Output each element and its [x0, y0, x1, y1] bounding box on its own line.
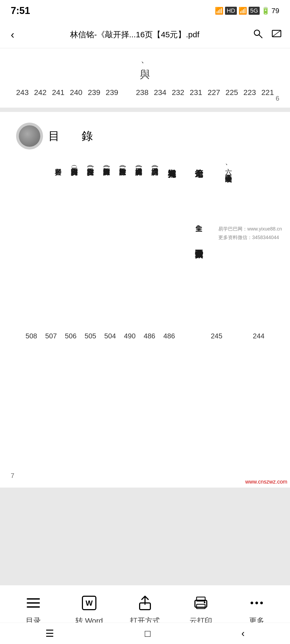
toolbar-print-button[interactable]: 云打印	[179, 593, 222, 626]
toc-col-2: 附安葬吉課實例表（二）	[67, 163, 82, 313]
network-icon: 📶	[215, 7, 223, 15]
toc-header: 目 錄	[16, 123, 274, 149]
nav-actions	[252, 28, 282, 41]
status-bar: 7:51 📶 HD 📶 5G 🔋 79	[0, 0, 290, 21]
page-ref-num	[182, 332, 204, 340]
page-ref-num: 486	[162, 332, 176, 340]
page-ref-num: 505	[84, 332, 97, 340]
toc-col-4: 附嫁娶吉課實例表（一）	[99, 163, 114, 313]
nav-bar: ‹ 林信铭-《敲开择...16页【45元】.pdf	[0, 21, 290, 48]
page-num: 223	[244, 88, 256, 97]
pdf-page-top: 、 與 243 242 241 240 239 239 238 234 232 …	[0, 48, 290, 108]
watermark: 易学巴巴网：www.yixue88.cn 更多资料微信：3458344044	[218, 225, 282, 242]
page-corner-number-1: 6	[276, 95, 279, 102]
back-button[interactable]: ‹	[8, 26, 17, 43]
toc-logo-inner	[19, 125, 40, 147]
page-num: 221	[261, 88, 274, 97]
watermark-line1: 易学巴巴网：www.yixue88.cn	[218, 225, 282, 233]
site-watermark: www.cnszwz.com	[245, 479, 287, 485]
page-num: 239	[106, 88, 118, 97]
page-num: 231	[190, 88, 202, 97]
toc-title: 目 錄	[48, 129, 98, 144]
page-nums-left: 243 242 241 240 239 239	[16, 88, 118, 97]
more-icon	[247, 593, 266, 613]
page-corner-number-2: 7	[11, 472, 14, 480]
svg-rect-13	[197, 604, 205, 609]
toc-col-10: 主全集	[192, 219, 206, 241]
system-nav-bar: ☰ □ ‹	[0, 623, 290, 644]
5g-icon: 5G	[249, 7, 260, 15]
page-num: 242	[34, 88, 47, 97]
back-nav-icon[interactable]: ‹	[241, 628, 245, 639]
fullscreen-button[interactable]	[271, 28, 282, 41]
page-ref-num: 507	[44, 332, 58, 340]
page-ref-num: 490	[123, 332, 136, 340]
toc-col-6: 嫁娶擇日吉課吉祥名詞（一）	[132, 163, 146, 313]
home-nav-icon[interactable]: □	[145, 628, 151, 639]
page-ref-num	[230, 332, 246, 340]
page-nums-right: 238 234 232 231 227 225 223 221	[136, 88, 274, 97]
print-icon	[191, 593, 211, 613]
toolbar-more-button[interactable]: 更多	[235, 593, 278, 626]
page-num: 239	[88, 88, 100, 97]
page-num: 238	[136, 88, 148, 97]
page-ref-num: 486	[143, 332, 156, 340]
search-button[interactable]	[252, 28, 263, 41]
page-num: 227	[208, 88, 220, 97]
page-top-char2: 與	[140, 68, 150, 81]
svg-line-1	[259, 35, 262, 38]
status-time: 7:51	[11, 5, 30, 16]
battery-level: 79	[271, 7, 279, 15]
page-num: 234	[154, 88, 166, 97]
toc-col-7: 選擇日課吉祥名詞（一）	[148, 163, 162, 302]
page-num: 240	[70, 88, 82, 97]
battery-icon: 🔋	[261, 7, 270, 15]
svg-point-14	[204, 602, 205, 603]
toc-col-9-block: 第十七篇 主全集 甲子至癸亥六十命相	[191, 163, 207, 319]
toolbar-word-button[interactable]: W 转 Word	[68, 593, 111, 626]
pdf-page-main: 目 錄 六、十二月份斗母太陰臨衰 第十七篇 主全集 甲子至癸亥六十命相	[0, 112, 290, 488]
page-ref-num: 508	[25, 332, 38, 340]
toc-icon	[24, 593, 43, 613]
page-ref-num: 506	[64, 332, 77, 340]
page-top-char1: 、	[141, 54, 149, 65]
toc-col-9b: 甲子至癸亥六十命相	[191, 243, 207, 319]
svg-point-17	[260, 602, 263, 604]
word-icon: W	[79, 593, 99, 613]
toolbar-toc-button[interactable]: 目录	[12, 593, 55, 626]
svg-text:W: W	[86, 599, 93, 607]
open-icon	[135, 593, 155, 613]
page-ref-num: 245	[210, 332, 223, 340]
toc-col-9a: 第十七篇	[191, 163, 207, 217]
page-num: 225	[226, 88, 238, 97]
toolbar-open-button[interactable]: 打开方式	[124, 593, 166, 626]
menu-nav-icon[interactable]: ☰	[45, 628, 54, 639]
page-num: 243	[16, 88, 29, 97]
toc-col-3: 附安葬吉課空表格（一）	[83, 163, 98, 313]
page-ref-num: 244	[252, 332, 265, 340]
status-icons: 📶 HD 📶 5G 🔋 79	[215, 7, 279, 15]
page-number-row-top: 243 242 241 240 239 239 238 234 232 231 …	[16, 88, 274, 97]
nav-title: 林信铭-《敲开择...16页【45元】.pdf	[22, 29, 247, 40]
hd-icon: HD	[225, 7, 237, 15]
toc-page-numbers: 508 507 506 505 504 490 486 486 245 244	[16, 332, 274, 340]
toc-col-5: 附嫁娶吉課空表格（一）	[115, 163, 130, 313]
toc-col-1: 參考資料	[51, 163, 66, 270]
svg-line-3	[272, 30, 281, 37]
toc-col-8: 補充資料	[164, 163, 180, 217]
watermark-line2: 更多资料微信：3458344044	[218, 233, 282, 242]
page-ref-num: 504	[103, 332, 117, 340]
toc-logo	[16, 123, 43, 149]
pdf-content-area: 、 與 243 242 241 240 239 239 238 234 232 …	[0, 48, 290, 585]
page-num: 241	[52, 88, 64, 97]
page-num: 232	[172, 88, 184, 97]
signal-icon: 📶	[238, 7, 247, 15]
svg-point-16	[255, 602, 258, 604]
svg-point-15	[251, 602, 253, 604]
